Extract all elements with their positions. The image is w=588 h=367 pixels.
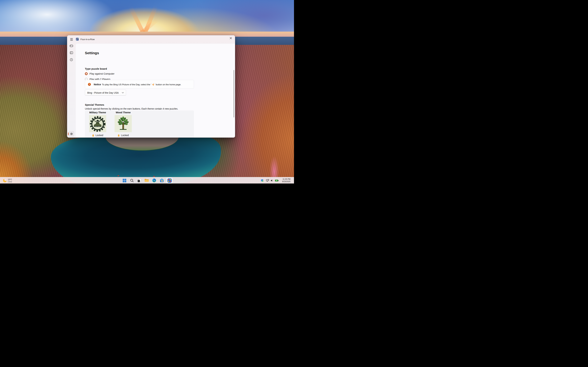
megaphone-icon xyxy=(151,83,155,86)
theme-status: Locked xyxy=(121,134,129,137)
special-themes-description-line1: Unlock special themes by clicking on the… xyxy=(85,107,178,110)
notice-label: Notice xyxy=(94,83,101,86)
security-shield-icon xyxy=(261,179,264,182)
desktop: Four-in-a-Row ? xyxy=(0,0,294,184)
notice-text-before: To play the Bing US Picture of the Day, … xyxy=(102,83,151,86)
notice-text: To play the Bing US Picture of the Day, … xyxy=(102,83,181,86)
security-tray-button[interactable] xyxy=(260,178,264,183)
radio-label: Play against Computer xyxy=(89,72,114,75)
search-icon xyxy=(130,179,134,182)
moon-icon xyxy=(3,179,7,182)
search-button[interactable] xyxy=(129,178,135,183)
sidebar-item-board[interactable] xyxy=(69,50,74,56)
notice-text-after: ' button on the home page. xyxy=(155,83,181,86)
display-icon xyxy=(266,179,269,182)
clock-time: 11:25 PM xyxy=(282,178,290,180)
theme-status: Locked xyxy=(95,134,103,137)
start-icon xyxy=(123,179,126,182)
taskbar: 13°C Clear xyxy=(0,177,294,184)
lock-icon xyxy=(118,134,120,137)
window-title: Four-in-a-Row xyxy=(80,38,95,41)
start-button[interactable] xyxy=(121,178,127,183)
weather-widget[interactable]: 13°C Clear xyxy=(1,177,14,184)
theme-dropdown-value: Bing - Picture of the Day USA xyxy=(87,92,119,94)
theme-dropdown[interactable]: Bing - Picture of the Day USA xyxy=(85,90,126,96)
settings-page: Settings Type puzzle board Play against … xyxy=(76,43,235,137)
theme-status-row: Locked xyxy=(85,134,110,137)
lock-icon xyxy=(92,134,94,137)
theme-status-row: Locked xyxy=(110,134,136,137)
file-explorer-icon xyxy=(145,179,149,182)
weather-condition: Clear xyxy=(8,181,12,183)
store-icon xyxy=(160,179,164,182)
settings-gear-icon xyxy=(70,132,73,136)
app-window: Four-in-a-Row ? xyxy=(67,35,235,138)
close-button[interactable] xyxy=(227,35,235,41)
edge-icon xyxy=(152,179,156,182)
menu-button[interactable] xyxy=(69,37,74,42)
svg-text:?: ? xyxy=(71,59,72,61)
sidebar-item-play[interactable] xyxy=(69,43,74,49)
weather-temperature: 13°C xyxy=(8,178,12,181)
four-in-a-row-taskbar-button[interactable] xyxy=(167,178,172,183)
page-title: Settings xyxy=(85,51,99,55)
four-in-a-row-icon xyxy=(167,178,172,183)
store-button[interactable] xyxy=(159,178,165,183)
sidebar-item-settings[interactable] xyxy=(69,131,74,137)
info-icon: i xyxy=(88,83,91,86)
help-icon: ? xyxy=(70,58,73,61)
panel-layout-icon xyxy=(70,51,73,54)
radio-selected-icon xyxy=(85,72,88,75)
chevron-down-icon xyxy=(122,92,124,93)
clock-date: 9/23/2025 xyxy=(282,180,290,183)
special-themes-panel: Military Theme xyxy=(85,110,194,138)
sidebar-item-help[interactable]: ? xyxy=(69,57,74,63)
battery-tray-button[interactable] xyxy=(274,178,279,183)
section-title-type-board: Type puzzle board xyxy=(85,67,107,70)
gamepad-icon xyxy=(69,45,73,47)
scrollbar-thumb[interactable] xyxy=(233,70,234,117)
theme-name: Wood Theme xyxy=(110,111,136,114)
hardware-tray-button[interactable] xyxy=(265,178,270,183)
task-view-icon xyxy=(138,179,141,182)
clock[interactable]: 11:25 PM 9/23/2025 xyxy=(282,178,290,183)
volume-icon xyxy=(271,179,274,182)
radio-play-against-computer[interactable]: Play against Computer xyxy=(85,72,114,75)
task-view-button[interactable] xyxy=(136,178,142,183)
notice-card: i Notice To play the Bing US Picture of … xyxy=(85,80,194,89)
close-icon xyxy=(230,37,232,39)
section-title-special-themes: Special Themes xyxy=(85,103,104,106)
edge-button[interactable] xyxy=(151,178,157,183)
file-explorer-button[interactable] xyxy=(144,178,150,183)
volume-tray-button[interactable] xyxy=(270,178,274,183)
theme-name: Military Theme xyxy=(85,111,110,114)
app-logo-icon xyxy=(76,38,79,41)
battery-icon xyxy=(275,180,278,182)
menu-icon xyxy=(70,38,73,41)
military-theme-image xyxy=(89,115,106,132)
wood-theme-image xyxy=(114,115,132,132)
